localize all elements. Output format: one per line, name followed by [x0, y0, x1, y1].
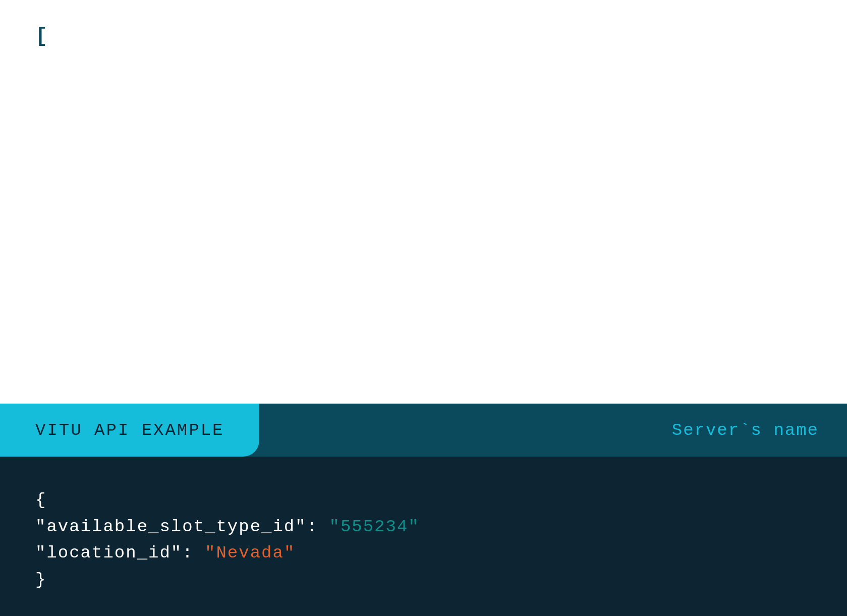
api-example-tab[interactable]: VITU API EXAMPLE	[0, 404, 259, 457]
top-bracket: [	[35, 25, 47, 48]
code-line-1: "available_slot_type_id": "555234"	[35, 514, 812, 540]
code-body: { "available_slot_type_id": "555234" "lo…	[0, 457, 847, 616]
code-panel: VITU API EXAMPLE Server`s name { "availa…	[0, 404, 847, 616]
code-open-brace: {	[35, 487, 812, 514]
code-line-2: "location_id": "Nevada"	[35, 540, 812, 567]
code-header: VITU API EXAMPLE Server`s name	[0, 404, 847, 457]
code-close-brace: }	[35, 567, 812, 593]
server-name-label: Server`s name	[644, 404, 847, 457]
